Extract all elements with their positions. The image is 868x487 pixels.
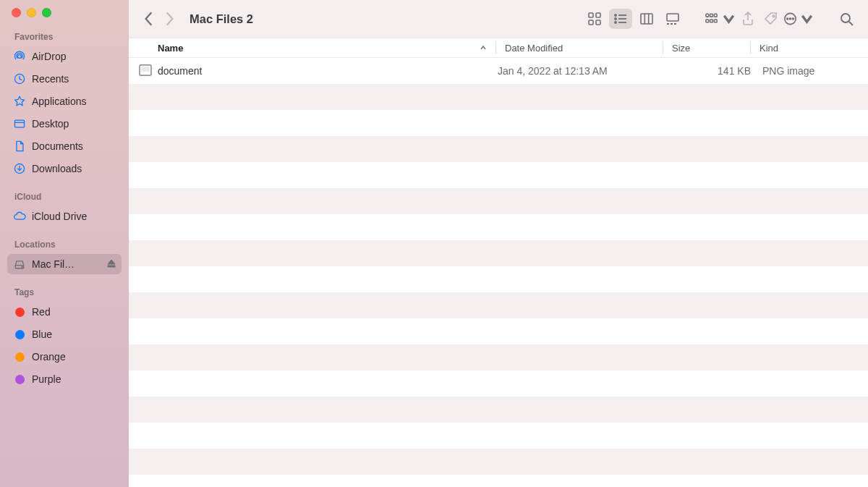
desktop-icon <box>12 117 27 130</box>
empty-row <box>129 162 868 188</box>
empty-row <box>129 240 868 266</box>
column-headers: Name Date Modified Size Kind <box>129 38 868 58</box>
svg-point-0 <box>18 55 22 59</box>
sidebar-item-label: Recents <box>32 73 117 85</box>
sidebar-item-label: Applications <box>32 96 117 107</box>
file-icon <box>139 64 152 78</box>
window-controls <box>12 8 129 17</box>
empty-row <box>129 84 868 110</box>
empty-row <box>129 188 868 214</box>
svg-rect-26 <box>710 14 713 17</box>
search-button[interactable] <box>835 9 858 29</box>
sidebar-item-label: Blue <box>32 329 117 340</box>
applications-icon <box>12 95 27 108</box>
svg-point-6 <box>22 266 22 267</box>
empty-row <box>129 318 868 344</box>
sidebar-item-label: AirDrop <box>32 51 117 62</box>
column-header-date[interactable]: Date Modified <box>496 43 663 54</box>
file-row[interactable]: documentJan 4, 2022 at 12:13 AM141 KBPNG… <box>129 58 868 84</box>
svg-rect-7 <box>108 266 115 267</box>
svg-rect-10 <box>589 20 593 25</box>
eject-icon[interactable] <box>107 258 117 271</box>
sidebar-item-documents[interactable]: Documents <box>7 136 122 156</box>
svg-rect-29 <box>710 20 713 22</box>
share-button[interactable] <box>736 9 760 29</box>
sidebar-item-desktop[interactable]: Desktop <box>7 114 122 134</box>
sidebar-section-icloud: iCloud <box>14 192 129 202</box>
sidebar-item-label: Orange <box>32 351 117 363</box>
empty-row <box>129 397 868 423</box>
svg-point-31 <box>773 15 775 17</box>
svg-point-36 <box>841 14 850 22</box>
svg-rect-21 <box>667 14 678 21</box>
fullscreen-window-button[interactable] <box>42 8 51 17</box>
empty-row <box>129 136 868 162</box>
svg-rect-8 <box>589 13 593 17</box>
column-header-name-label: Name <box>158 43 183 54</box>
svg-rect-30 <box>714 20 717 22</box>
sidebar-item-label: iCloud Drive <box>32 211 117 222</box>
sidebar-item-label: Mac Fil… <box>32 258 104 270</box>
tag-icon <box>12 308 27 317</box>
toolbar: Mac Files 2 <box>129 0 868 38</box>
sidebar-item-airdrop[interactable]: AirDrop <box>7 46 122 67</box>
svg-rect-28 <box>706 20 709 22</box>
file-size: 141 KB <box>664 65 751 77</box>
empty-row <box>129 423 868 449</box>
group-by-button[interactable] <box>705 9 736 29</box>
minimize-window-button[interactable] <box>27 8 36 17</box>
svg-rect-18 <box>641 14 652 24</box>
sidebar-item-label: Downloads <box>32 163 117 174</box>
sidebar-item-red[interactable]: Red <box>7 302 122 322</box>
tag-icon <box>12 375 27 384</box>
sidebar-item-mac-fil-[interactable]: Mac Fil… <box>7 254 122 274</box>
svg-rect-25 <box>706 14 709 17</box>
tag-icon <box>12 352 27 362</box>
sort-ascending-icon <box>480 43 487 54</box>
icloud-icon <box>12 210 27 223</box>
sidebar-item-recents[interactable]: Recents <box>7 69 122 89</box>
sidebar-item-applications[interactable]: Applications <box>7 91 122 111</box>
svg-point-14 <box>615 18 616 20</box>
svg-rect-27 <box>714 14 717 17</box>
svg-point-35 <box>792 18 793 20</box>
file-list: documentJan 4, 2022 at 12:13 AM141 KBPNG… <box>129 58 868 487</box>
file-date: Jan 4, 2022 at 12:13 AM <box>498 65 664 77</box>
sidebar-section-favorites: Favorites <box>14 32 129 42</box>
back-button[interactable] <box>139 9 159 29</box>
svg-rect-11 <box>596 20 600 25</box>
column-header-kind[interactable]: Kind <box>751 43 859 54</box>
tag-icon <box>12 330 27 339</box>
tags-button[interactable] <box>760 9 783 29</box>
sidebar-item-orange[interactable]: Orange <box>7 347 122 367</box>
sidebar-item-label: Desktop <box>32 118 117 130</box>
sidebar-item-purple[interactable]: Purple <box>7 369 122 389</box>
empty-row <box>129 449 868 475</box>
view-columns-button[interactable] <box>635 9 658 29</box>
view-mode-group <box>583 9 684 29</box>
empty-row <box>129 266 868 292</box>
forward-button[interactable] <box>159 9 179 29</box>
sidebar-item-label: Documents <box>32 140 117 152</box>
empty-row <box>129 344 868 370</box>
view-list-button[interactable] <box>609 9 632 29</box>
column-header-size[interactable]: Size <box>663 43 750 54</box>
sidebar-item-blue[interactable]: Blue <box>7 324 122 344</box>
column-header-name[interactable]: Name <box>158 43 495 54</box>
downloads-icon <box>12 162 27 175</box>
airdrop-icon <box>12 50 27 63</box>
disk-icon <box>12 258 27 271</box>
svg-point-34 <box>790 18 791 20</box>
documents-icon <box>12 140 27 153</box>
view-gallery-button[interactable] <box>661 9 684 29</box>
svg-rect-39 <box>141 67 150 72</box>
view-icons-button[interactable] <box>583 9 606 29</box>
actions-button[interactable] <box>783 9 814 29</box>
sidebar-item-icloud-drive[interactable]: iCloud Drive <box>7 206 122 226</box>
window-title: Mac Files 2 <box>190 12 253 26</box>
empty-row <box>129 292 868 318</box>
sidebar-item-downloads[interactable]: Downloads <box>7 158 122 179</box>
sidebar-item-label: Purple <box>32 373 117 385</box>
close-window-button[interactable] <box>12 8 21 17</box>
file-name: document <box>158 65 202 77</box>
